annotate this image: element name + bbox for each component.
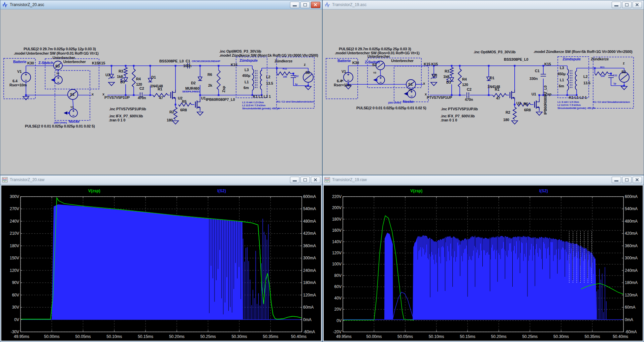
y-right-tick-label: 60mA bbox=[303, 305, 314, 310]
titlebar-schematic-left[interactable]: TransistorZ_20.asc bbox=[0, 0, 322, 9]
y-left-tick-label: 60V bbox=[334, 284, 342, 289]
schematic-label: R5 bbox=[182, 100, 187, 104]
schematic-label: 1p bbox=[613, 82, 616, 85]
y-left-tick-label: 180V bbox=[332, 217, 342, 222]
schematic-label: x bbox=[340, 80, 344, 82]
schematic-label: 10k bbox=[283, 76, 287, 78]
minimize-button[interactable] bbox=[612, 2, 621, 8]
schematic-label: C22 bbox=[613, 74, 617, 77]
close-button[interactable] bbox=[311, 2, 320, 8]
schematic-canvas-transistorz19[interactable]: PULSE(2 0 29.7m 0.025µ 0.025µ 25µ 0.03 3… bbox=[323, 9, 644, 175]
schematic-label: .inc IFX_P7_600V.lib bbox=[109, 114, 143, 118]
schematic-label: Rser=10m bbox=[9, 83, 27, 87]
schematic-label: S2 bbox=[621, 70, 626, 74]
restore-button[interactable] bbox=[300, 2, 310, 8]
y-left-tick-label: 150V bbox=[10, 256, 19, 260]
schematic-label: R2 bbox=[506, 111, 510, 114]
titlebar-plot-left[interactable]: TransistorZ_20.raw bbox=[0, 175, 322, 184]
y-left-tick-label: 30V bbox=[12, 305, 19, 310]
y-right-tick-label: 540mA bbox=[625, 206, 638, 211]
y-left-tick-label: 60V bbox=[12, 293, 19, 297]
x-tick-label: 50.30ms bbox=[231, 334, 247, 339]
schematic-label: K1 L1 L2 1 bbox=[569, 96, 587, 99]
minimize-button[interactable] bbox=[612, 177, 621, 183]
minimize-button[interactable] bbox=[290, 2, 299, 8]
schematic-label: Zündspule bbox=[239, 59, 258, 62]
window-controls bbox=[612, 177, 642, 183]
ltspice-schematic-icon bbox=[2, 2, 8, 7]
legend-trace-label: I(S2) bbox=[539, 189, 548, 193]
restore-button[interactable] bbox=[300, 177, 310, 183]
schematic-label: K15K15 bbox=[92, 61, 105, 65]
waveform-plot-transistorz19[interactable]: 220V200V180V160V140V120V100V80V60V40V20V… bbox=[324, 186, 643, 341]
schematic-label: Nocke bbox=[403, 100, 414, 104]
schematic-label: 180 bbox=[167, 118, 173, 122]
titlebar-schematic-right[interactable]: TransistorZ_19.asc bbox=[323, 0, 644, 9]
window-title: TransistorZ_19.asc bbox=[332, 2, 366, 7]
schematic-label: Unterbrecher bbox=[367, 55, 390, 58]
window-schematic-transistorz19: TransistorZ_19.asc PULSE(2 0 29.7m 0.025… bbox=[322, 0, 644, 175]
window-title: TransistorZ_19.raw bbox=[332, 177, 367, 182]
y-right-tick-label: 540mA bbox=[303, 206, 316, 211]
x-tick-label: 50.10ms bbox=[106, 334, 122, 339]
schematic-label: V2 bbox=[70, 106, 73, 109]
y-right-tick-label: 480mA bbox=[625, 219, 638, 224]
close-button[interactable] bbox=[311, 177, 320, 183]
schematic-label: S3 bbox=[372, 63, 377, 67]
schematic-label: D1 bbox=[490, 76, 494, 80]
schematic-label: L3 bbox=[245, 68, 249, 72]
schematic-label: Zsp bbox=[545, 92, 551, 96]
schematic-label: Batterie bbox=[13, 60, 26, 64]
window-controls bbox=[612, 2, 642, 8]
schematic-label: D2 bbox=[191, 81, 196, 85]
desktop: { "colors":{"wire":"#1b1be0","symbol":"#… bbox=[0, 0, 644, 342]
close-button[interactable] bbox=[633, 2, 642, 8]
schematic-label: Unterbrecher bbox=[391, 59, 414, 63]
x-tick-label: 50.15ms bbox=[460, 334, 475, 339]
window-controls bbox=[290, 177, 320, 183]
y-left-tick-label: 120V bbox=[10, 268, 19, 273]
schematic-label: 47 bbox=[159, 96, 163, 100]
x-tick-label: 50.40ms bbox=[291, 334, 307, 339]
schematic-label: C1 bbox=[186, 59, 190, 63]
close-button[interactable] bbox=[633, 177, 642, 183]
window-schematic-transistorz20: TransistorZ_20.asc PULSE(2 0 29.7m 0.025… bbox=[0, 0, 322, 175]
schematic-label: R1 bbox=[158, 87, 162, 91]
schematic-label: 450µ bbox=[242, 74, 250, 78]
waveform-plot-transistorz20[interactable]: 300V270V240V210V180V150V120V90V60V30V0V-… bbox=[1, 186, 321, 341]
schematic-label: 1k8 bbox=[117, 75, 123, 79]
x-tick-label: 50.25ms bbox=[522, 334, 538, 339]
schematic-label: 120 bbox=[462, 83, 468, 87]
schematic-label: R1 / C2 sind Simulationskrücken bbox=[593, 101, 630, 104]
schematic-label: Unterbrecher bbox=[53, 56, 75, 60]
y-left-tick-label: 200V bbox=[332, 205, 342, 210]
x-tick-label: 49.95ms bbox=[14, 334, 29, 339]
schematic-label: 2k bbox=[208, 84, 212, 87]
schematic-label: .model Zündkerze SW (Ron=1k Roff=1G Vt=3… bbox=[219, 54, 318, 57]
schematic-label: L1 bbox=[245, 80, 249, 84]
schematic-canvas-transistorz20[interactable]: PULSE(2 0 29.7m 0.025µ 0.025µ 12µ 0.03 3… bbox=[0, 9, 322, 175]
legend-trace-label: V(zsp) bbox=[88, 189, 100, 193]
y-left-tick-label: 270V bbox=[10, 206, 19, 211]
y-right-tick-label: 0mA bbox=[303, 317, 312, 322]
schematic-label: R11 bbox=[600, 66, 605, 69]
schematic-label: 100n bbox=[183, 64, 191, 68]
schematic-label: .tran 0 1 0 bbox=[441, 118, 457, 122]
restore-button[interactable] bbox=[622, 2, 632, 8]
y-left-tick-label: 100V bbox=[332, 262, 342, 266]
y-left-tick-label: 160V bbox=[332, 228, 342, 233]
restore-button[interactable] bbox=[622, 177, 632, 183]
y-left-tick-label: 40V bbox=[334, 296, 342, 301]
minimize-button[interactable] bbox=[290, 177, 299, 183]
schematic-label: R5 bbox=[523, 102, 528, 106]
schematic-label: 450µ bbox=[557, 72, 566, 76]
x-tick-label: 50.05ms bbox=[75, 334, 91, 339]
y-right-tick-label: 120mA bbox=[303, 293, 316, 297]
titlebar-plot-right[interactable]: TransistorZ_19.raw bbox=[323, 175, 644, 184]
schematic-label: BSS308PE_L0 bbox=[159, 59, 184, 63]
schematic-label: Streuinduktivität (primär): 450 µH bbox=[242, 107, 280, 110]
schematic-label: S2 bbox=[305, 71, 310, 75]
y-left-tick-label: 0V bbox=[336, 318, 342, 323]
schematic-label: D1 bbox=[151, 76, 156, 79]
schematic-label: L1: 6 mH / 1.5 Ohm bbox=[557, 101, 579, 104]
